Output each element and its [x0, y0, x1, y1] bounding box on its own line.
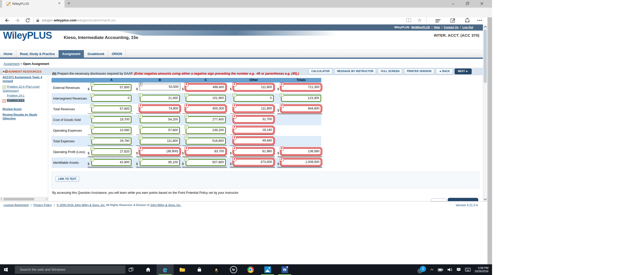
- sidebar-link-review-score[interactable]: Review Score: [3, 107, 46, 111]
- problem-link[interactable]: Problem 24-2: [7, 99, 24, 102]
- back-icon[interactable]: [4, 18, 10, 23]
- amount-input[interactable]: 0: [91, 95, 132, 102]
- tab-close-icon[interactable]: ×: [58, 1, 60, 6]
- task-view-taskbar-icon[interactable]: [122, 264, 139, 275]
- volume-tray-icon[interactable]: [447, 267, 453, 272]
- battery-tray-icon[interactable]: [438, 267, 443, 272]
- amount-input[interactable]: 18,140: [234, 127, 274, 133]
- forward-icon[interactable]: [15, 18, 20, 23]
- file-explorer-taskbar-icon[interactable]: [174, 264, 191, 275]
- sidebar-link-review-results-by-study-objective[interactable]: Review Results by Study Objective: [3, 113, 46, 120]
- more-options-icon[interactable]: •••: [477, 18, 483, 24]
- amount-input[interactable]: 54,200: [140, 116, 180, 123]
- browser-tab[interactable]: WileyPLUS ×: [2, 0, 65, 8]
- hp-taskbar-icon[interactable]: hp: [225, 264, 242, 275]
- sidebar-assignment-link[interactable]: ACC371 Assignment Topic 4 revised: [3, 75, 46, 83]
- amount-input[interactable]: 111,800: [234, 105, 274, 112]
- amount-input[interactable]: 19,700: [91, 116, 132, 123]
- favorites-star-icon[interactable]: ☆: [417, 17, 423, 23]
- amount-input[interactable]: (36,900): [140, 148, 180, 155]
- web-note-icon[interactable]: [450, 18, 456, 23]
- share-icon[interactable]: [465, 18, 470, 23]
- hub-icon[interactable]: [435, 19, 441, 24]
- amount-input[interactable]: 49,840: [234, 138, 274, 144]
- amount-input[interactable]: 844,600: [281, 105, 321, 112]
- toolbar-button-message-my-instructor[interactable]: MESSAGE MY INSTRUCTOR: [334, 68, 376, 74]
- amount-input[interactable]: 10,080: [91, 127, 132, 134]
- amount-input[interactable]: 507,600: [186, 159, 226, 166]
- amount-input[interactable]: 600,300: [186, 105, 226, 112]
- amount-input[interactable]: 27,820: [91, 148, 132, 155]
- amount-input[interactable]: 21,400: [140, 95, 180, 102]
- amount-input[interactable]: 1,008,500: [281, 159, 321, 166]
- photos-taskbar-icon[interactable]: [259, 264, 276, 275]
- header-link[interactable]: Help: [434, 26, 440, 29]
- amount-input[interactable]: 31,700: [234, 116, 274, 123]
- amount-input[interactable]: 516,600: [186, 138, 226, 145]
- amount-input[interactable]: 57,600: [91, 105, 132, 113]
- nav-tab-assignment[interactable]: Assignment: [59, 50, 84, 58]
- taskbar-clock[interactable]: 5:58 PM10/26/2016: [474, 266, 488, 273]
- nav-tab-orion[interactable]: ORION: [108, 50, 126, 58]
- close-button[interactable]: [478, 2, 486, 6]
- home-taskbar-icon[interactable]: [139, 264, 157, 275]
- word-taskbar-icon[interactable]: W: [276, 264, 293, 275]
- refresh-icon[interactable]: [25, 18, 31, 23]
- footer-link-privacy-policy[interactable]: Privacy Policy: [33, 203, 52, 207]
- footer-division-link[interactable]: John Wiley & Sons, Inc.: [150, 203, 181, 207]
- header-link[interactable]: MyWileyPLUS: [411, 26, 430, 29]
- nav-tab-gradebook[interactable]: Gradebook: [84, 50, 108, 58]
- problem-item[interactable]: ✓Problem 24-2: [3, 99, 46, 103]
- restore-button[interactable]: [463, 2, 471, 6]
- amount-input[interactable]: 57,600: [140, 127, 180, 134]
- taskbar-search-input[interactable]: Search the web and Windows: [15, 266, 125, 274]
- toolbar-button-full-screen[interactable]: FULL SCREEN: [378, 68, 402, 74]
- header-link[interactable]: Contact Us: [444, 26, 459, 29]
- chrome-taskbar-icon[interactable]: [242, 264, 259, 275]
- info-badge-tray-icon[interactable]: i: [417, 266, 426, 273]
- breadcrumb-assignment-link[interactable]: Assignment: [4, 62, 20, 66]
- toolbar-button-printer-version[interactable]: PRINTER VERSION: [404, 68, 434, 74]
- amount-input[interactable]: 111,800: [140, 138, 180, 145]
- window-scrollbar[interactable]: [487, 17, 492, 264]
- minimize-button[interactable]: [449, 2, 457, 6]
- edge-taskbar-icon[interactable]: e: [157, 264, 174, 275]
- problem-item[interactable]: Problem 24-1: [3, 94, 46, 98]
- amount-input[interactable]: 101,900: [186, 95, 226, 102]
- frame-scrollbar-thumb[interactable]: [484, 30, 487, 83]
- amount-input[interactable]: 57,600: [91, 84, 132, 91]
- amount-input[interactable]: 53,500: [140, 84, 180, 90]
- amount-input[interactable]: 239,200: [186, 127, 226, 134]
- chevron-up-tray-icon[interactable]: [430, 267, 434, 272]
- amount-input[interactable]: 277,400: [186, 116, 226, 123]
- footer-copyright-link[interactable]: © 2000-2016 John Wiley & Sons, Inc.: [57, 203, 105, 207]
- header-link[interactable]: Log Out: [462, 26, 473, 29]
- partial-button-dark[interactable]: [448, 198, 478, 201]
- toolbar-button-calculator[interactable]: CALCULATOR: [308, 68, 332, 74]
- amount-input[interactable]: 83,700: [186, 148, 226, 155]
- problem-item[interactable]: ✓Problem 22-6 (Part Level Submission): [3, 85, 46, 93]
- keyboard-tray-icon[interactable]: [465, 267, 471, 273]
- amount-input[interactable]: 136,580: [281, 148, 321, 155]
- link-to-text-button[interactable]: LINK TO TEXT: [55, 176, 79, 182]
- store-taskbar-icon[interactable]: [191, 264, 208, 275]
- amount-input[interactable]: 42,800: [91, 159, 132, 166]
- amount-input[interactable]: 61,960: [234, 148, 274, 155]
- amount-input[interactable]: 0: [234, 95, 274, 102]
- sidebar-hscrollbar-thumb[interactable]: [4, 198, 34, 200]
- amount-input[interactable]: 123,300: [281, 95, 321, 102]
- footer-link-license-agreement[interactable]: License Agreement: [4, 203, 29, 207]
- nav-tab-home[interactable]: Home: [0, 50, 16, 58]
- amount-input[interactable]: 29,780: [91, 138, 132, 145]
- amount-input[interactable]: 85,100: [140, 159, 180, 166]
- address-url[interactable]: edugen.wileyplus.com/edugen/student/main…: [42, 18, 115, 22]
- amount-input[interactable]: 74,900: [140, 105, 180, 112]
- amazon-taskbar-icon[interactable]: a: [208, 264, 225, 275]
- amount-input[interactable]: 498,400: [186, 84, 226, 91]
- start-button[interactable]: [0, 264, 12, 275]
- problem-link[interactable]: Problem 22-6 (Part Level Submission): [3, 85, 40, 92]
- amount-input[interactable]: 373,000: [234, 159, 274, 166]
- next-button[interactable]: NEXT ►: [455, 68, 472, 74]
- problem-link[interactable]: Problem 24-1: [7, 94, 24, 97]
- new-tab-button[interactable]: +: [67, 1, 70, 6]
